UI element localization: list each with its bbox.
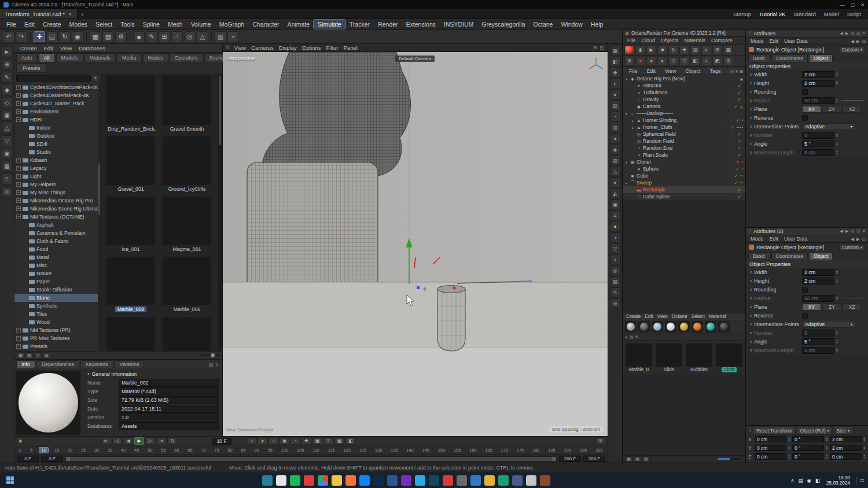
browser-menu-item[interactable]: View [57,45,75,52]
timeline-ruler[interactable]: 0510152025303540455055606570758085909510… [14,446,608,454]
material-menu-item[interactable]: View [656,313,669,320]
expander-icon[interactable]: + [16,93,21,98]
view-mode-icon[interactable]: ▥ [642,456,650,462]
side-tool-icon[interactable]: ◈ [610,145,621,154]
viewport-menu-item[interactable]: Options [302,45,321,51]
tree-item[interactable]: + My Misc Things [14,188,101,197]
object-name[interactable]: Random Field [643,138,674,144]
viewport-canvas[interactable]: Perspective Default Camera View Transfor… [223,52,608,436]
transport-button[interactable]: ▷ [145,437,155,445]
expander-icon[interactable]: + [16,198,21,203]
toolbar-icon[interactable]: ≈ [227,31,239,42]
record-button[interactable]: ≡ [323,437,333,445]
taskbar-app-icon[interactable] [290,475,300,486]
tray-icon[interactable]: ∧ [790,478,794,483]
menu-item[interactable]: Tracker [345,20,374,29]
material-menu-item[interactable]: Create [625,313,642,320]
object-row[interactable]: ▾ ◈ Octane Rig Pro (New) ·· ◉ [623,75,745,82]
taskbar-app-icon[interactable] [457,475,467,486]
tree-item[interactable]: + Cycles4DArchitecturePack-4K [14,83,101,91]
object-name[interactable]: Random.Size [643,145,673,151]
side-tool-icon[interactable]: ⊕ [610,298,621,308]
taskbar-app-icon[interactable] [401,475,411,486]
size-field[interactable]: 0 cm [830,453,862,460]
tree-item[interactable]: Misc [14,261,101,269]
object-expander-icon[interactable]: ▸ [631,119,635,123]
stepper-icon[interactable]: ▲▼ [836,270,838,275]
stepper-icon[interactable]: ▲▼ [836,279,838,283]
visibility-dots[interactable]: ·· [731,153,735,158]
stepper-icon[interactable]: ▲▼ [863,437,866,442]
plane-button[interactable]: ZY [822,106,841,113]
panel-header-icon[interactable]: ⊡ [856,31,860,36]
side-tool-icon[interactable]: ● [610,178,621,187]
tree-item[interactable]: Synthetic [14,302,101,310]
menu-item[interactable]: Window [557,20,586,29]
object-expander-icon[interactable]: ▾ [624,112,628,116]
side-tool-icon[interactable]: ● [610,134,621,143]
panel-header-icon[interactable]: ✕ [862,229,866,234]
material-type-icon[interactable] [705,321,716,332]
menu-item[interactable]: Extensions [402,20,440,29]
taskbar-app-icon[interactable] [512,475,523,486]
enabled-check-icon[interactable]: ✓ [735,167,741,172]
side-tool-icon[interactable]: ◧ [610,57,621,66]
preset-dropdown[interactable]: Custom▾ [839,244,865,251]
info-value[interactable]: Marble_002 [119,379,219,387]
attribute-tab[interactable]: Basic [748,252,770,260]
object-name[interactable]: Plain.Scale [643,152,668,158]
enabled-check-icon[interactable]: ✓ [737,97,742,102]
mode-tool-icon[interactable]: ▽ [2,135,13,146]
octane-tool-icon[interactable]: ◐ [701,46,711,54]
menu-item[interactable]: Select [91,20,116,29]
slider-track[interactable] [841,100,865,101]
object-row[interactable]: ✦ Attractor ·· ✓ [623,82,745,89]
object-expander-icon[interactable]: ▾ [624,181,628,185]
maximize-button[interactable]: ▢ [851,2,855,8]
menu-item[interactable]: Greyscalegorilla [477,20,529,29]
size-field[interactable]: 2 cm [830,445,862,451]
attribute-tab[interactable]: Coordinates [771,252,808,260]
menu-item[interactable]: Modes [65,20,92,29]
object-row[interactable]: ▬ Rectangle ·· ✓ [623,186,745,193]
object-name[interactable]: Gravity [643,97,659,102]
object-row[interactable]: □ Cube.Spline ·· ✓ [623,193,745,200]
menu-item[interactable]: Mesh [164,20,187,29]
object-row[interactable]: ▾ ⌒ Sweep ·· ✓ ▪▪ [623,179,745,186]
panel-header-icon[interactable]: ◀ [840,31,843,36]
toolbar-icon[interactable]: ↻ [59,31,71,42]
taskbar-app-icon[interactable] [443,475,453,486]
octane-tool-icon[interactable]: ⚙ [624,57,634,65]
plane-button[interactable]: XZ [843,304,862,310]
transport-button[interactable]: ▶ [134,437,144,445]
visibility-dots[interactable]: ·· [727,104,731,109]
stepper-icon[interactable]: ▲▼ [826,437,828,442]
octane-tool-icon[interactable]: ● [635,57,645,65]
info-value[interactable]: 1.0 [119,413,219,422]
material-thumbnail[interactable]: Magma_001 [161,197,212,252]
position-field[interactable]: 0 cm [755,453,786,460]
presets-button[interactable]: Presets [16,64,47,73]
checkbox[interactable] [802,115,808,121]
object-row[interactable]: ▸ ▲ Homer.Slinding ·· ✓ ▪ [623,117,745,124]
menu-item[interactable]: Octane [529,20,557,29]
grip-icon[interactable]: ⠿ [748,31,751,36]
tree-item[interactable]: + Environment [14,108,101,116]
side-tool-icon[interactable]: ◎ [610,265,621,275]
expander-icon[interactable]: − [16,117,21,122]
toolbar-icon[interactable] [30,32,31,42]
visibility-dots[interactable]: ·· [731,90,735,95]
tree-item[interactable]: + NM Textures (PR) [14,326,101,334]
object-menu-item[interactable]: Tags [705,67,724,75]
lock-icon[interactable]: ⊡ [862,39,866,44]
menu-item[interactable]: Volume [187,20,215,29]
filter-icon[interactable]: ▾ [735,69,738,74]
taskbar-clock[interactable]: 16:30 25.03.2024 [824,475,852,486]
view-mode-icon[interactable]: ▤ [25,352,33,358]
taskbar-app-icon[interactable] [276,475,286,486]
visibility-dots[interactable]: ·· [724,125,728,130]
browser-menu-item[interactable]: Edit [41,45,56,52]
rotation-field[interactable]: 0 ° [792,436,824,442]
menu-item[interactable]: Render [374,20,402,29]
mode-tool-icon[interactable]: ◎ [2,186,13,197]
